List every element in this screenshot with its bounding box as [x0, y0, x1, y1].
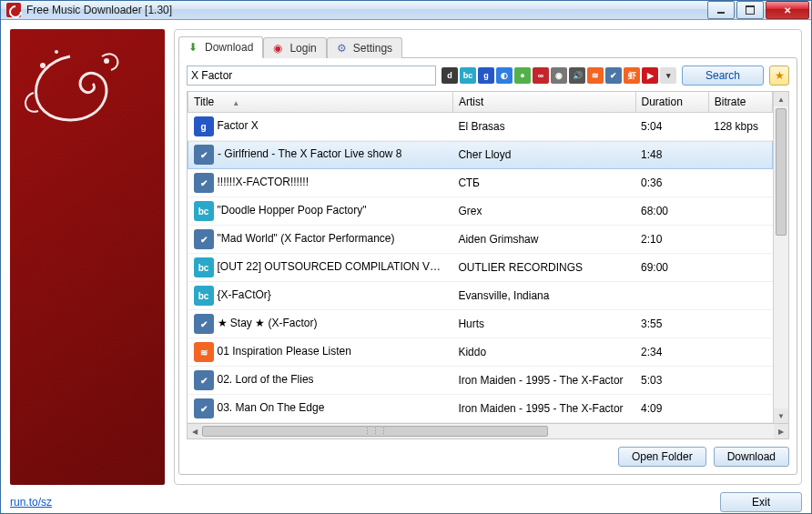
cell-artist: СТБ [452, 169, 635, 197]
table-row[interactable]: ✔02. Lord of the FliesIron Maiden - 1995… [188, 367, 773, 395]
search-input[interactable] [187, 66, 436, 86]
cell-bitrate [708, 367, 772, 395]
cell-artist: El Brasas [452, 113, 635, 141]
cell-title: 01 Inspiration Please Listen [218, 345, 351, 358]
cell-title: Factor X [218, 119, 259, 132]
titlebar[interactable]: Free Music Downloader [1.30] [1, 1, 811, 20]
search-row: dbcg◐●∞◉🔊≋✔虾▶▾ Search ★ [187, 66, 789, 86]
table-row[interactable]: bc{X-FaCtOr}Evansville, Indiana [188, 282, 773, 310]
more-icon[interactable]: ▾ [660, 67, 676, 84]
maximize-button[interactable] [736, 1, 764, 19]
scroll-track[interactable]: ⋮⋮⋮ [202, 424, 774, 438]
speaker-icon[interactable]: 🔊 [569, 67, 585, 84]
svg-point-2 [104, 58, 109, 64]
cell-duration: 4:09 [635, 395, 708, 423]
action-row: Open Folder Download [187, 447, 789, 467]
download-icon: ⬇ [188, 41, 201, 54]
cell-title: !!!!!!X-FACTOR!!!!!! [218, 176, 309, 188]
yt-icon[interactable]: ▶ [642, 67, 658, 84]
lastfm-icon[interactable]: ∞ [533, 67, 549, 84]
footer: run.to/sz Exit [1, 492, 811, 514]
horizontal-scrollbar[interactable]: ◀ ⋮⋮⋮ ▶ [187, 424, 789, 439]
cell-artist: Evansville, Indiana [452, 282, 635, 310]
cell-bitrate [708, 254, 772, 282]
scroll-up-icon[interactable]: ▲ [774, 92, 788, 106]
table-row[interactable]: ✔- Girlfriend - The X Factor Live show 8… [188, 141, 773, 169]
source-icons: dbcg◐●∞◉🔊≋✔虾▶▾ [442, 67, 676, 84]
cell-duration: 5:03 [635, 367, 708, 395]
source-icon: bc [194, 201, 214, 221]
close-button[interactable] [766, 1, 809, 19]
source-icon: ✔ [194, 173, 214, 193]
source-icon: ✔ [194, 314, 214, 334]
cell-bitrate [708, 310, 772, 338]
cell-duration [635, 282, 708, 310]
scroll-left-icon[interactable]: ◀ [188, 424, 202, 438]
d-icon[interactable]: d [442, 67, 458, 84]
cell-title: "Mad World" (X Factor Performance) [218, 232, 395, 245]
cell-title: [OUT 22] OUTSOURCED COMPILATION VOL.3 [218, 260, 453, 273]
open-folder-button[interactable]: Open Folder [618, 447, 706, 467]
cell-bitrate [708, 395, 772, 423]
cell-artist: Kiddo [452, 338, 635, 367]
source-icon: ✔ [194, 370, 214, 390]
table-row[interactable]: ≋01 Inspiration Please ListenKiddo2:34 [188, 338, 773, 367]
scroll-thumb[interactable]: ⋮⋮⋮ [202, 426, 548, 437]
bc-icon[interactable]: bc [460, 67, 476, 84]
table-row[interactable]: gFactor XEl Brasas5:04128 kbps [188, 113, 773, 141]
cell-duration: 1:48 [635, 141, 708, 169]
window-title: Free Music Downloader [1.30] [26, 4, 705, 16]
cell-artist: Grex [452, 197, 635, 226]
table-row[interactable]: ✔!!!!!!X-FACTOR!!!!!!СТБ0:36 [188, 169, 773, 197]
scroll-thumb[interactable] [776, 108, 787, 236]
col-bitrate[interactable]: Bitrate [708, 92, 772, 113]
cell-bitrate [708, 197, 772, 226]
tab-label: Download [205, 41, 253, 54]
search-button[interactable]: Search [682, 66, 764, 86]
cell-artist: Hurts [452, 310, 635, 338]
tab-download[interactable]: ⬇ Download [178, 36, 263, 58]
grid-viewport[interactable]: Title Artist Duration Bitrate gFactor XE… [188, 92, 773, 423]
table-row[interactable]: ✔03. Man On The EdgeIron Maiden - 1995 -… [188, 395, 773, 423]
scroll-down-icon[interactable]: ▼ [774, 408, 788, 423]
cell-duration: 2:10 [635, 226, 708, 254]
table-row[interactable]: ✔"Mad World" (X Factor Performance)Aiden… [188, 226, 773, 254]
source-icon: ✔ [194, 145, 214, 165]
spot-icon[interactable]: ● [514, 67, 531, 84]
login-icon: ◉ [273, 42, 286, 55]
disc-icon[interactable]: ◉ [551, 67, 567, 84]
cell-bitrate [708, 282, 772, 310]
col-artist[interactable]: Artist [452, 92, 635, 113]
x-icon[interactable]: 虾 [624, 67, 640, 84]
app-icon [6, 3, 21, 17]
swirl-graphic [15, 38, 152, 175]
cell-title: ★ Stay ★ (X-Factor) [218, 317, 318, 329]
source-icon: ✔ [194, 229, 214, 249]
tab-label: Settings [353, 42, 392, 55]
vk-icon[interactable]: ✔ [605, 67, 622, 84]
sidebar-banner [10, 29, 165, 485]
sc-icon[interactable]: ≋ [587, 67, 604, 84]
source-icon: ≋ [194, 342, 214, 362]
cell-duration: 69:00 [635, 254, 708, 282]
download-button[interactable]: Download [714, 447, 789, 467]
tab-login[interactable]: ◉ Login [263, 37, 326, 58]
vertical-scrollbar[interactable]: ▲ ▼ [773, 92, 788, 423]
globe-icon[interactable]: ◐ [496, 67, 513, 84]
col-title[interactable]: Title [188, 92, 453, 113]
exit-button[interactable]: Exit [720, 492, 802, 512]
scroll-right-icon[interactable]: ▶ [774, 424, 788, 438]
minimize-button[interactable] [707, 1, 735, 19]
favorite-button[interactable]: ★ [769, 66, 789, 86]
tab-bar: ⬇ Download ◉ Login ⚙ Settings [178, 34, 797, 57]
table-row[interactable]: bc[OUT 22] OUTSOURCED COMPILATION VOL.3O… [188, 254, 773, 282]
table-row[interactable]: bc"Doodle Hopper Poop Factory"Grex68:00 [188, 197, 773, 226]
g-icon[interactable]: g [478, 67, 494, 84]
footer-link[interactable]: run.to/sz [10, 496, 52, 509]
tab-settings[interactable]: ⚙ Settings [327, 37, 402, 58]
cell-duration: 0:36 [635, 169, 708, 197]
svg-point-1 [55, 50, 58, 54]
cell-artist: Aiden Grimshaw [452, 226, 635, 254]
table-row[interactable]: ✔★ Stay ★ (X-Factor)Hurts3:55 [188, 310, 773, 338]
col-duration[interactable]: Duration [635, 92, 708, 113]
